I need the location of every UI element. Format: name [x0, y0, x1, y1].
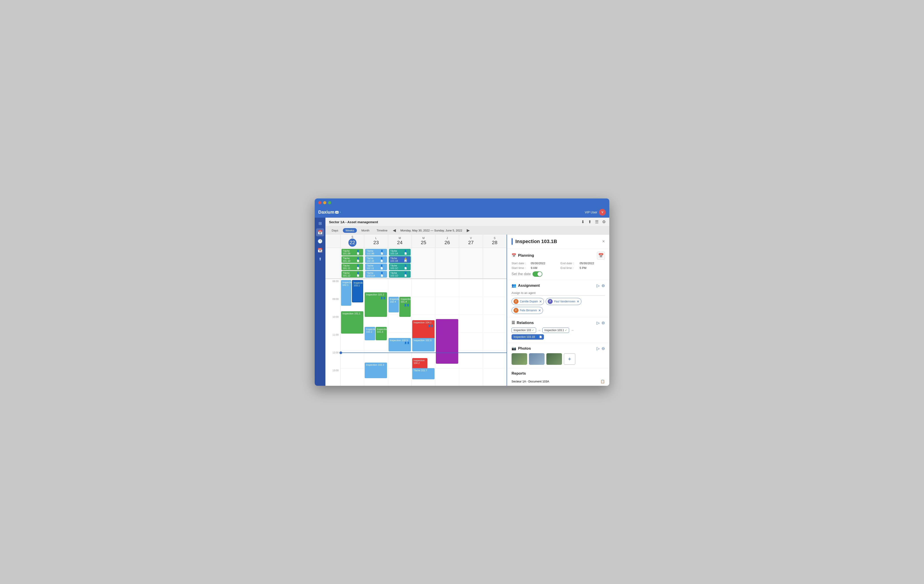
photos-section: 📷 Photos ▷ ⊖ — [507, 343, 609, 368]
event-insp101-1[interactable]: Inspection 101.1 — [341, 311, 363, 334]
task-101-09[interactable]: Tâche 101.09 👤 📄 — [342, 249, 363, 255]
assignment-header: 👥 Assignment ▷ ⊖ — [512, 283, 605, 288]
day-header-4: J 26 — [436, 235, 459, 248]
report-row-103b: Secteur 1A - Document 103B 📋 — [512, 385, 605, 386]
photo-thumb-3[interactable] — [546, 353, 562, 365]
assignee-paul-name: Paul Vanderroven — [554, 300, 575, 303]
start-time-row: Start time : 9 AM — [512, 266, 556, 270]
set-date-label: Set the date — [512, 272, 531, 276]
event-insp102-5[interactable]: Inspection 102.5 👤👤 — [389, 338, 411, 351]
task-102-10[interactable]: Tâche 102.10 👤 📄 — [365, 256, 387, 263]
relations-remove-icon[interactable]: ⊖ — [602, 321, 605, 325]
planning-header: 📅 Planning 📅 — [512, 252, 605, 259]
event-insp103-1[interactable]: Inspection 103.1 — [352, 280, 363, 303]
timed-columns: Inspection 102.1 Inspection 103.1 Inspec… — [341, 279, 507, 386]
assignment-icon: 👥 — [512, 283, 516, 288]
relation-chip-103-1[interactable]: Inspection 103.1 ✓ — [542, 327, 569, 333]
assignee-felix-name: Felix Birnamm — [520, 309, 537, 312]
timed-col-4 — [436, 279, 459, 386]
view-timeline-button[interactable]: Timeline — [374, 228, 390, 233]
report-103a-icon[interactable]: 📋 — [601, 379, 605, 383]
event-insp101-2[interactable]: Inspection 101.2 👤👤 — [365, 292, 387, 317]
minimize-button[interactable] — [323, 201, 326, 204]
event-insp102-3[interactable]: Inspection 102.3 — [365, 363, 387, 378]
task-103-1b[interactable]: Tâche 103.1B 🔒 📊 — [389, 256, 411, 263]
logo-text: Daxium — [318, 210, 334, 215]
assignee-camille-remove[interactable]: ✕ — [539, 300, 542, 303]
next-arrow[interactable]: ▶ — [466, 228, 471, 233]
task-101-10[interactable]: Tâche 101.10 👤 📄 — [342, 256, 363, 263]
add-photo-button[interactable]: + — [564, 353, 575, 365]
user-avatar: V — [599, 209, 606, 216]
download-icon[interactable]: ⬇ — [581, 219, 584, 224]
sidebar-grid-icon[interactable]: ⊞ — [316, 219, 324, 227]
event-insp101-4[interactable]: Inspection 101.4 👤👤 — [399, 297, 411, 317]
close-icon[interactable]: × — [602, 239, 605, 244]
relation-chip-103-1b[interactable]: Inspection 103.1B 👤 📄 — [512, 334, 544, 340]
relations-header: ☰ Relations ▷ ⊖ — [512, 321, 605, 325]
time-0800: 08:00 — [325, 279, 340, 297]
relations-expand-icon[interactable]: ▷ — [597, 321, 600, 325]
event-insp101-3[interactable]: Inspection 101.3 — [376, 327, 387, 340]
assignee-paul-remove[interactable]: ✕ — [577, 300, 579, 303]
event-purple-1[interactable] — [436, 319, 458, 364]
photos-remove-icon[interactable]: ⊖ — [602, 346, 605, 351]
assignment-remove-icon[interactable]: ⊖ — [602, 283, 605, 288]
settings-icon[interactable]: ⚙ — [602, 219, 606, 224]
photos-expand-icon[interactable]: ▷ — [597, 346, 600, 351]
assignee-felix-remove[interactable]: ✕ — [538, 309, 541, 312]
sidebar-calendar-icon[interactable]: 📅 — [316, 228, 324, 236]
planning-section: 📅 Planning 📅 Start date : 05/30/2022 — [507, 248, 609, 280]
event-insp102-2[interactable]: Inspection 102.2 — [365, 327, 375, 340]
task-101-12[interactable]: Tâche 101.12 👤 📄 — [342, 271, 363, 278]
day-header-6: S 28 — [483, 235, 507, 248]
view-days-button[interactable]: Days — [329, 228, 341, 233]
planning-icon: 📅 — [512, 253, 516, 258]
task-10211a[interactable]: Tâche 10211A 👤 📄 — [365, 271, 387, 278]
logo-dot: · — [340, 210, 341, 215]
prev-arrow[interactable]: ◀ — [392, 228, 397, 233]
view-weeks-button[interactable]: Weeks — [343, 228, 357, 233]
allday-col-5 — [459, 248, 483, 278]
view-month-button[interactable]: Month — [359, 228, 372, 233]
app-window: Daxium AI · VIP User V ⊞ 📅 🕐 📆 ⬆ Sector … — [315, 199, 609, 386]
photo-thumb-1[interactable] — [512, 353, 527, 365]
filter-icon[interactable]: ☰ — [595, 219, 599, 224]
relations-section: ☰ Relations ▷ ⊖ Inspection 103 ✓ — [507, 317, 609, 343]
close-button[interactable] — [318, 201, 322, 204]
photo-thumb-2[interactable] — [529, 353, 544, 365]
relation-chip-103[interactable]: Inspection 103 ✓ — [512, 327, 536, 333]
task-102-11[interactable]: Tâche 102.11 👤 📄 — [365, 263, 387, 270]
planning-grid: Start date : 05/30/2022 End date : 05/30… — [512, 262, 605, 270]
assign-input[interactable] — [512, 290, 605, 296]
logo: Daxium AI · — [318, 210, 341, 215]
event-insp102-6[interactable]: Inspection 102.6 — [412, 338, 434, 351]
task-102-9b[interactable]: Tâche 102.9B 👤 📄 — [365, 249, 387, 255]
planning-calendar-icon[interactable]: 📅 — [597, 252, 605, 259]
photos-row: + — [512, 353, 605, 365]
sidebar-upload-icon[interactable]: ⬆ — [316, 255, 324, 263]
task-103-1c[interactable]: Tâche 103.1C 👤 📄 — [389, 263, 411, 270]
timed-col-0: Inspection 102.1 Inspection 103.1 Inspec… — [341, 279, 364, 386]
allday-gutter — [325, 248, 341, 278]
timed-col-2: Inspection 102.4 Inspection 101.4 👤👤 Ins… — [388, 279, 412, 386]
timed-col-5 — [459, 279, 483, 386]
upload-icon[interactable]: ⬆ — [588, 219, 591, 224]
sidebar-clock-icon[interactable]: 🕐 — [316, 237, 324, 245]
day-num-5: 27 — [468, 240, 474, 245]
event-insp102-4[interactable]: Inspection 102.4 — [389, 297, 399, 313]
assignment-expand-icon[interactable]: ▷ — [597, 283, 600, 288]
event-insp102-1[interactable]: Inspection 102.1 — [341, 280, 351, 306]
end-date-value: 05/30/2022 — [580, 262, 594, 265]
set-date-toggle[interactable] — [533, 271, 542, 277]
event-tache102-7[interactable]: Tâche 102.7 — [412, 368, 434, 379]
allday-col-3 — [412, 248, 436, 278]
time-0900: 09:00 — [325, 297, 340, 315]
maximize-button[interactable] — [328, 201, 331, 204]
task-103-1a[interactable]: Tâche 103.1A 👤 📄 — [389, 249, 411, 255]
vip-user: VIP User V — [585, 209, 606, 216]
end-date-label: End date : — [561, 262, 578, 265]
task-101-11[interactable]: Tâche 101.11 👤 📄 — [342, 263, 363, 270]
task-103-1d[interactable]: Tâche 103.1D 👤 📄 — [389, 271, 411, 278]
sidebar-calendar-add-icon[interactable]: 📆 — [316, 246, 324, 254]
